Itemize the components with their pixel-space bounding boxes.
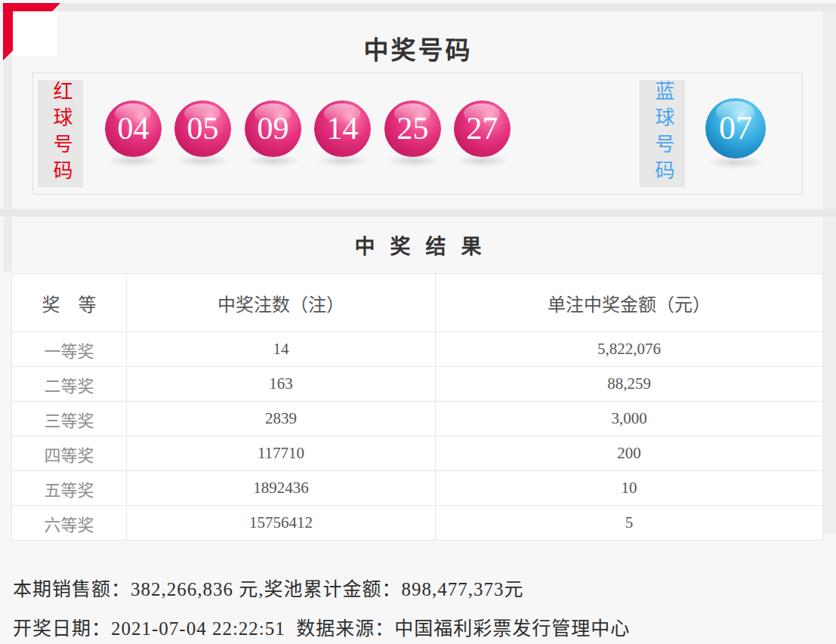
table-row: 三等奖 2839 3,000 — [12, 402, 823, 436]
sales-summary-line: 本期销售额：382,266,836 元,奖池累计金额：898,477,373元 — [13, 574, 524, 601]
prize-amount: 3,000 — [436, 402, 823, 436]
prize-amount: 5,822,076 — [436, 332, 823, 367]
prize-table: 奖 等 中奖注数（注） 单注中奖金额（元） 一等奖 14 5,822,076 二… — [11, 273, 823, 541]
prize-level: 五等奖 — [12, 471, 127, 506]
winning-numbers-panel: 红球号码 04 05 09 14 25 27 蓝球号码 07 — [32, 72, 803, 195]
prize-level: 六等奖 — [12, 506, 127, 541]
results-heading: 中奖结果 — [0, 230, 836, 260]
winning-bets: 14 — [127, 332, 436, 367]
prize-table-header-row: 奖 等 中奖注数（注） 单注中奖金额（元） — [12, 274, 823, 332]
header-winning-bets: 中奖注数（注） — [127, 274, 436, 332]
winning-bets: 117710 — [127, 436, 436, 471]
red-ball-2: 05 — [174, 100, 231, 157]
section-divider — [0, 209, 836, 217]
winning-bets: 15756412 — [127, 506, 436, 541]
prize-level: 二等奖 — [12, 367, 127, 402]
prize-level: 三等奖 — [12, 402, 127, 436]
table-row: 二等奖 163 88,259 — [12, 367, 823, 402]
red-ball-3: 09 — [245, 100, 301, 157]
table-row: 六等奖 15756412 5 — [12, 506, 823, 541]
prize-amount: 88,259 — [436, 367, 823, 402]
prize-amount: 200 — [436, 436, 823, 471]
right-edge-strip — [822, 11, 836, 533]
red-ball-5: 25 — [384, 100, 441, 157]
prize-level: 一等奖 — [12, 332, 127, 367]
prize-level: 四等奖 — [12, 436, 127, 471]
red-ball-6: 27 — [454, 100, 511, 157]
blue-ball-label: 蓝球号码 — [640, 80, 685, 187]
header-prize-amount: 单注中奖金额（元） — [436, 274, 823, 332]
table-row: 一等奖 14 5,822,076 — [12, 332, 823, 367]
header-prize-level: 奖 等 — [12, 274, 127, 332]
draw-date-source-line: 开奖日期：2021-07-04 22:22:51 数据来源：中国福利彩票发行管理… — [13, 613, 630, 640]
red-ball-4: 14 — [314, 100, 371, 157]
prize-amount: 10 — [436, 471, 823, 506]
red-balls-label: 红球号码 — [38, 80, 83, 187]
blue-ball-1: 07 — [705, 98, 766, 159]
winning-bets: 163 — [127, 367, 436, 402]
winning-bets: 2839 — [127, 402, 436, 436]
table-row: 五等奖 1892436 10 — [12, 471, 823, 506]
top-edge-strip — [0, 3, 836, 11]
table-row: 四等奖 117710 200 — [12, 436, 823, 471]
lottery-results-page: 中奖号码 红球号码 04 05 09 14 25 27 蓝球号码 07 中奖结果… — [0, 0, 836, 644]
winning-bets: 1892436 — [127, 471, 436, 506]
prize-amount: 5 — [436, 506, 823, 541]
red-ball-1: 04 — [105, 100, 162, 157]
page-title: 中奖号码 — [0, 30, 836, 66]
